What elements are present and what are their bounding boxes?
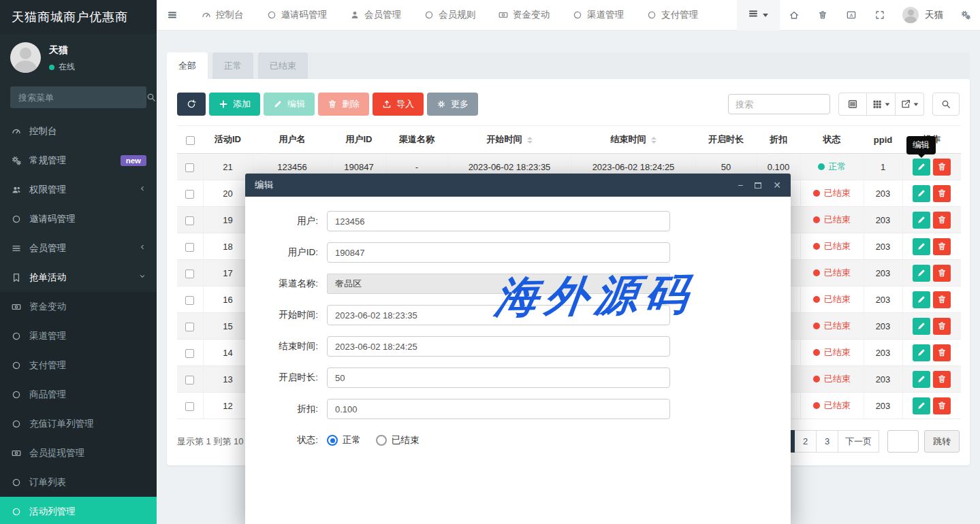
row-checkbox[interactable] <box>185 349 194 358</box>
row-delete-button[interactable] <box>933 212 951 229</box>
sidebar-subitem[interactable]: 活动列管理 <box>0 497 157 524</box>
form-row: 渠道名称:奢品区 <box>245 274 791 294</box>
sidebar-item[interactable]: 抢单活动 <box>0 263 157 292</box>
edit-button[interactable]: 编辑 <box>264 93 315 116</box>
row-checkbox[interactable] <box>185 163 194 172</box>
search-button[interactable] <box>932 93 960 116</box>
radio-已结束[interactable]: 已结束 <box>376 434 420 446</box>
radio-正常[interactable]: 正常 <box>327 434 361 446</box>
page-button[interactable]: 3 <box>817 430 838 453</box>
translate-icon[interactable]: A <box>837 10 866 20</box>
detail-view-icon[interactable] <box>838 93 867 116</box>
row-delete-button[interactable] <box>933 344 951 361</box>
topnav-item[interactable]: 资金变动 <box>499 9 550 21</box>
sidebar-subitem[interactable]: 资金变动 <box>0 292 157 321</box>
circle-icon <box>424 10 434 20</box>
sidebar-search-input[interactable] <box>10 93 146 103</box>
sidebar-item[interactable]: 控制台 <box>0 116 157 146</box>
row-delete-button[interactable] <box>933 159 951 176</box>
add-button[interactable]: 添加 <box>209 93 260 116</box>
form-input[interactable] <box>327 305 670 325</box>
row-edit-button[interactable] <box>913 291 930 308</box>
sidebar-item[interactable]: 会员管理 <box>0 233 157 263</box>
sidebar-subitem[interactable]: 订单列表 <box>0 468 157 497</box>
sidebar-subitem[interactable]: 会员提现管理 <box>0 438 157 468</box>
form-input[interactable] <box>327 336 670 357</box>
row-checkbox[interactable] <box>185 243 194 252</box>
topnav-item[interactable]: 会员规则 <box>424 9 475 21</box>
form-input[interactable] <box>327 399 670 419</box>
sidebar-item[interactable]: 权限管理 <box>0 175 157 204</box>
trash-icon[interactable] <box>808 10 837 20</box>
table-search-input[interactable] <box>728 94 830 114</box>
row-checkbox[interactable] <box>185 269 194 278</box>
next-page-button[interactable]: 下一页 <box>838 430 879 453</box>
topnav-item[interactable]: 控制台 <box>202 9 244 21</box>
export-icon[interactable] <box>896 93 924 116</box>
row-edit-button[interactable] <box>913 344 930 361</box>
columns-icon[interactable] <box>867 93 896 116</box>
row-edit-button[interactable] <box>913 185 930 202</box>
row-edit-button[interactable] <box>913 212 930 229</box>
column-header: 活动ID <box>203 126 253 154</box>
channel-select[interactable]: 奢品区 <box>327 274 670 294</box>
form-input[interactable] <box>327 242 670 263</box>
row-delete-button[interactable] <box>933 318 951 335</box>
close-icon[interactable]: ✕ <box>773 180 781 190</box>
row-delete-button[interactable] <box>933 265 951 282</box>
row-delete-button[interactable] <box>933 397 951 414</box>
row-checkbox[interactable] <box>185 402 194 411</box>
page-button[interactable]: 2 <box>795 430 817 453</box>
modal-titlebar[interactable]: 编辑 − ✕ <box>245 174 791 197</box>
row-edit-button[interactable] <box>913 397 930 414</box>
row-checkbox[interactable] <box>185 376 194 384</box>
topbar-user[interactable]: 天猫 <box>894 7 951 23</box>
tab-正常[interactable]: 正常 <box>212 52 253 79</box>
sidebar-subitem[interactable]: 充值订单列管理 <box>0 409 157 438</box>
maximize-icon[interactable] <box>755 182 761 189</box>
tab-已结束[interactable]: 已结束 <box>258 52 308 79</box>
row-edit-button[interactable] <box>913 318 930 335</box>
row-checkbox[interactable] <box>185 296 194 305</box>
select-all-checkbox[interactable] <box>186 136 195 145</box>
sidebar-subitem[interactable]: 渠道管理 <box>0 321 157 350</box>
sidebar-item[interactable]: 邀请码管理 <box>0 204 157 233</box>
minimize-icon[interactable]: − <box>738 180 743 190</box>
import-button[interactable]: 导入 <box>373 93 424 116</box>
row-edit-button[interactable] <box>913 265 930 282</box>
row-checkbox[interactable] <box>185 216 194 225</box>
search-icon[interactable] <box>146 93 156 102</box>
row-delete-button[interactable] <box>933 185 951 202</box>
nav-menu-toggle[interactable] <box>737 0 780 31</box>
row-checkbox[interactable] <box>185 190 194 199</box>
topnav-item[interactable]: 支付管理 <box>647 9 698 21</box>
row-edit-button[interactable] <box>913 371 930 388</box>
column-header[interactable]: 结束时间 <box>571 126 695 154</box>
delete-button[interactable]: 删除 <box>318 93 369 116</box>
topnav-item[interactable]: 渠道管理 <box>573 9 624 21</box>
tab-全部[interactable]: 全部 <box>167 52 208 79</box>
row-delete-button[interactable] <box>933 291 951 308</box>
circle-icon <box>12 390 29 399</box>
home-icon[interactable] <box>780 10 808 20</box>
sidebar-subitem[interactable]: 商品管理 <box>0 380 157 409</box>
row-checkbox[interactable] <box>185 323 194 331</box>
row-delete-button[interactable] <box>933 371 951 388</box>
page-jump-input[interactable] <box>887 430 919 453</box>
more-button[interactable]: 更多 <box>427 93 478 116</box>
refresh-button[interactable] <box>177 93 206 116</box>
settings-gears-icon[interactable] <box>951 10 980 20</box>
row-edit-button[interactable] <box>913 159 930 176</box>
row-delete-button[interactable] <box>933 238 951 255</box>
form-input[interactable] <box>327 367 670 388</box>
row-edit-button[interactable] <box>913 238 930 255</box>
form-input[interactable] <box>327 211 670 231</box>
topnav-item[interactable]: 会员管理 <box>350 9 401 21</box>
sidebar-item[interactable]: 常规管理 new <box>0 146 157 175</box>
fullscreen-icon[interactable] <box>866 10 894 20</box>
topnav-item[interactable]: 邀请码管理 <box>267 9 328 21</box>
sidebar-subitem[interactable]: 支付管理 <box>0 350 157 380</box>
hamburger-icon[interactable] <box>157 10 187 20</box>
page-jump-button[interactable]: 跳转 <box>924 430 960 453</box>
column-header[interactable]: 开始时间 <box>447 126 571 154</box>
